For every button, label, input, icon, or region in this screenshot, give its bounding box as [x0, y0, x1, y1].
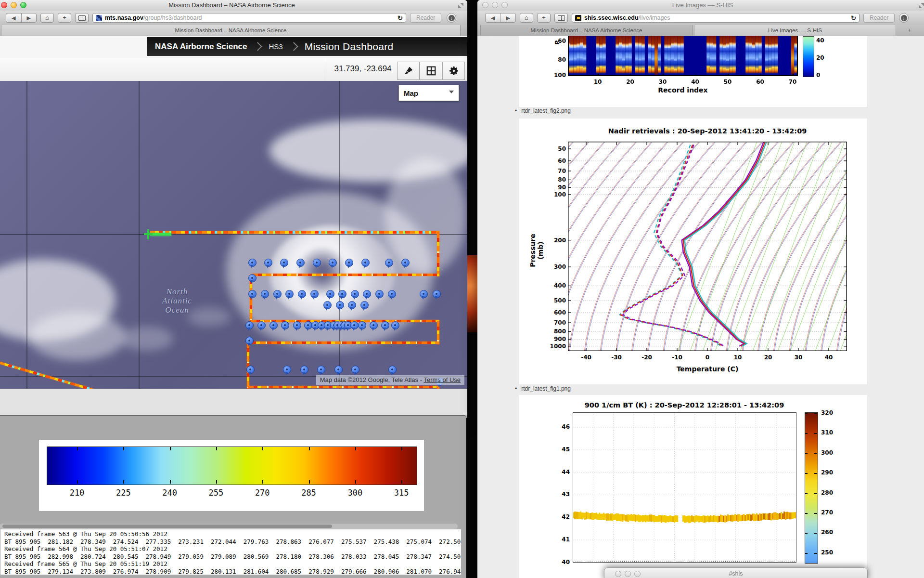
- map-pin[interactable]: [245, 337, 254, 345]
- y-tick-label: 300: [547, 263, 566, 270]
- reload-icon[interactable]: ↻: [851, 14, 856, 22]
- y-tick-label: 100: [547, 191, 566, 198]
- new-tab-button[interactable]: +: [537, 13, 551, 23]
- home-button[interactable]: ⌂: [520, 13, 533, 23]
- map-pin[interactable]: [334, 366, 343, 374]
- forward-button[interactable]: ▶: [22, 13, 37, 22]
- x-tick-mark: [793, 74, 794, 76]
- map-pin[interactable]: [350, 321, 359, 329]
- map-pin[interactable]: [351, 366, 359, 374]
- map-pin[interactable]: [285, 290, 294, 298]
- reader-button[interactable]: Reader: [863, 13, 895, 23]
- mission-map[interactable]: NorthAtlanticOcean Map Map data ©2012 Go…: [0, 81, 467, 389]
- y-tick-label: 1000: [547, 343, 566, 350]
- address-bar[interactable]: mts.nasa.gov /group/hs3/dashboard ↻: [92, 13, 406, 23]
- map-pin[interactable]: [323, 301, 332, 309]
- telemetry-log[interactable]: Received frame 563 @ Thu Sep 20 05:50:56…: [0, 529, 461, 575]
- back-button[interactable]: ◀: [6, 13, 22, 22]
- map-attribution: Map data ©2012 Google, Tele Atlas - Term…: [316, 375, 464, 385]
- map-pin[interactable]: [293, 321, 301, 329]
- map-pin[interactable]: [283, 366, 291, 374]
- add-tab-button[interactable]: +: [904, 25, 915, 36]
- map-pin[interactable]: [358, 321, 366, 329]
- map-pin[interactable]: [375, 290, 384, 298]
- address-bar[interactable]: shis.ssec.wisc.edu /live/images ↻: [572, 13, 860, 23]
- breadcrumb-site[interactable]: NASA Airborne Science: [155, 42, 247, 52]
- map-pin[interactable]: [261, 290, 269, 298]
- map-pin[interactable]: [348, 301, 356, 309]
- home-button[interactable]: ⌂: [40, 13, 54, 23]
- map-pin[interactable]: [351, 290, 359, 298]
- caption-fig1[interactable]: rtdr_latest_fig1.png: [521, 385, 571, 392]
- map-pin[interactable]: [391, 321, 399, 329]
- map-pin[interactable]: [313, 259, 321, 267]
- map-pin[interactable]: [317, 366, 325, 374]
- map-type-dropdown[interactable]: Map: [398, 85, 459, 101]
- reader-button[interactable]: Reader: [410, 13, 441, 23]
- left-titlebar[interactable]: Mission Dashboard – NASA Airborne Scienc…: [0, 0, 467, 11]
- map-pin[interactable]: [298, 290, 306, 298]
- fullscreen-icon[interactable]: [458, 3, 463, 8]
- grid-view-button[interactable]: [420, 62, 442, 80]
- url-path: /live/images: [639, 14, 670, 21]
- telemetry-window: 210225240255270285300315 Received frame …: [0, 415, 466, 578]
- url-host: shis.ssec.wisc.edu: [584, 14, 639, 21]
- map-pin[interactable]: [264, 259, 272, 267]
- map-pin[interactable]: [248, 274, 257, 282]
- map-pin[interactable]: [281, 321, 289, 329]
- map-pin[interactable]: [363, 290, 371, 298]
- terms-of-use-link[interactable]: Terms of Use: [424, 376, 461, 383]
- breadcrumb-campaign[interactable]: HS3: [269, 42, 282, 51]
- map-pin[interactable]: [345, 259, 353, 267]
- scrollbar-thumb[interactable]: [2, 525, 332, 528]
- map-pin[interactable]: [246, 366, 255, 374]
- map-pin[interactable]: [280, 259, 288, 267]
- map-pin[interactable]: [388, 290, 396, 298]
- map-pin[interactable]: [257, 321, 266, 329]
- fullscreen-icon[interactable]: [919, 3, 924, 8]
- map-pin[interactable]: [420, 290, 428, 298]
- caption-fig2[interactable]: rtdr_latest_fig2.png: [521, 107, 571, 114]
- tab-live-images[interactable]: Live Images –– S-HIS: [694, 25, 896, 36]
- map-pin[interactable]: [273, 290, 282, 298]
- map-pin[interactable]: [296, 259, 305, 267]
- right-titlebar[interactable]: Live Images –– S-HIS: [477, 0, 924, 11]
- map-pin[interactable]: [360, 301, 369, 309]
- map-pin[interactable]: [248, 259, 257, 267]
- tab-mission-dashboard[interactable]: Mission Dashboard – NASA Airborne Scienc…: [480, 25, 693, 36]
- bookmarks-button[interactable]: [554, 13, 568, 23]
- map-pin[interactable]: [361, 259, 370, 267]
- map-pin[interactable]: [338, 290, 346, 298]
- live-images-page[interactable]: P Record index 1020304050607060801000204…: [477, 36, 924, 578]
- map-pin[interactable]: [326, 290, 334, 298]
- draw-tool-button[interactable]: [397, 62, 420, 80]
- settings-button[interactable]: [442, 62, 465, 80]
- tab-mission-dashboard[interactable]: Mission Dashboard – NASA Airborne Scienc…: [1, 25, 461, 36]
- back-button[interactable]: ◀: [486, 13, 501, 22]
- reload-icon[interactable]: ↻: [398, 14, 403, 22]
- map-pin[interactable]: [329, 259, 337, 267]
- map-pin[interactable]: [388, 366, 397, 374]
- chat-window[interactable]: #shis: [604, 567, 868, 578]
- map-pin[interactable]: [433, 290, 441, 298]
- colorbar-tick-mark: [805, 553, 808, 554]
- map-pin[interactable]: [370, 321, 378, 329]
- map-pin[interactable]: [336, 301, 344, 309]
- map-pin[interactable]: [300, 366, 308, 374]
- map-pin[interactable]: [310, 290, 319, 298]
- map-pin[interactable]: [270, 321, 278, 329]
- y-tick-label: 44: [556, 469, 570, 475]
- downloads-button[interactable]: ↓: [447, 13, 456, 23]
- horizontal-scrollbar[interactable]: [0, 524, 458, 529]
- map-pin[interactable]: [381, 321, 389, 329]
- map-pin[interactable]: [248, 290, 257, 298]
- map-pin[interactable]: [304, 321, 312, 329]
- bookmarks-button[interactable]: [75, 13, 89, 23]
- forward-button[interactable]: ▶: [501, 13, 516, 22]
- downloads-button[interactable]: ↓: [899, 13, 909, 23]
- map-pin[interactable]: [401, 259, 410, 267]
- map-pin[interactable]: [385, 259, 393, 267]
- map-pin[interactable]: [245, 321, 254, 329]
- new-tab-button[interactable]: +: [58, 13, 71, 23]
- x-tick-label: 70: [788, 79, 797, 85]
